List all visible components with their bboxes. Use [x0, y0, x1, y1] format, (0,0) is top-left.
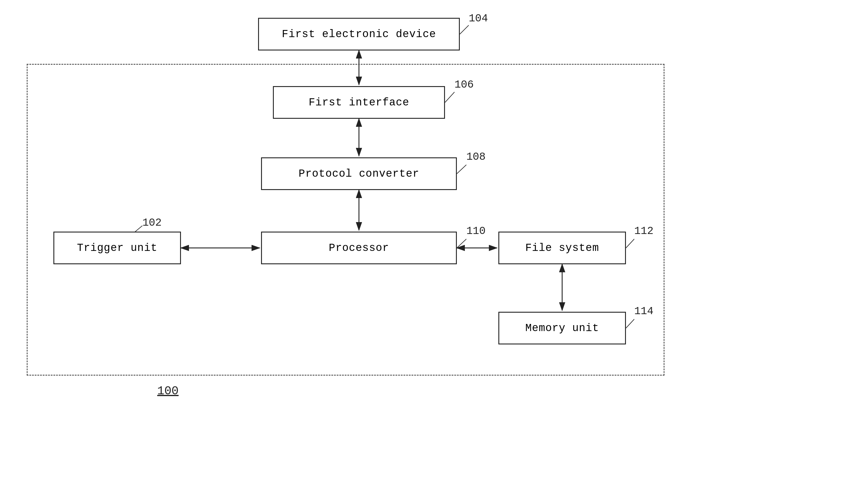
protocol-converter-box: Protocol converter	[261, 157, 457, 190]
trigger-unit-label: Trigger unit	[77, 242, 157, 254]
processor-label: Processor	[329, 242, 389, 254]
diagram-container: First electronic device First interface …	[0, 0, 868, 492]
ref-102: 102	[142, 217, 162, 229]
memory-unit-label: Memory unit	[525, 322, 599, 334]
trigger-unit-box: Trigger unit	[53, 231, 181, 264]
ref-108: 108	[466, 151, 485, 163]
first-electronic-device-label: First electronic device	[282, 28, 436, 41]
first-electronic-device-box: First electronic device	[258, 18, 460, 50]
processor-box: Processor	[261, 231, 457, 264]
protocol-converter-label: Protocol converter	[299, 168, 419, 180]
file-system-label: File system	[525, 242, 599, 254]
file-system-box: File system	[498, 231, 626, 264]
ref-114: 114	[634, 305, 654, 317]
svg-line-8	[460, 25, 469, 34]
memory-unit-box: Memory unit	[498, 312, 626, 344]
first-interface-label: First interface	[309, 97, 409, 109]
ref-110: 110	[466, 225, 485, 237]
system-label-100: 100	[157, 385, 179, 398]
ref-104: 104	[469, 13, 488, 25]
ref-106: 106	[454, 79, 474, 91]
first-interface-box: First interface	[273, 86, 445, 119]
ref-112: 112	[634, 225, 654, 237]
